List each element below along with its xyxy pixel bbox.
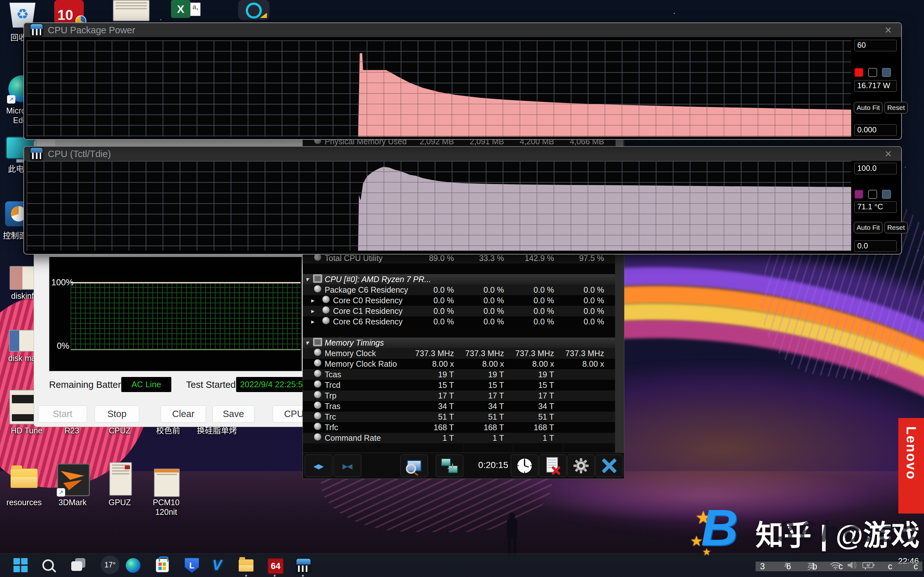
cpuz-label[interactable]: CPUZ — [99, 426, 141, 435]
sensor-label: Tras — [325, 401, 341, 411]
excel-file-icon[interactable]: X a, — [171, 0, 190, 18]
hwinfo-icon — [296, 558, 311, 574]
sensor-row[interactable]: Tcas19 T19 T19 T — [303, 369, 615, 380]
cpu-button[interactable]: CPU — [273, 406, 305, 422]
watermark-strip-char: b — [813, 562, 817, 572]
gpuz-icon[interactable] — [110, 462, 132, 496]
taskbar-explorer-icon[interactable] — [239, 558, 254, 572]
sensor-row[interactable]: Package C6 Residency0.0 %0.0 %0.0 %0.0 % — [303, 285, 615, 295]
chevron-right-icon[interactable]: ▸ — [311, 317, 314, 327]
task-view-button[interactable] — [71, 558, 86, 571]
scale-min-value[interactable]: 0.0 — [855, 240, 897, 252]
r23-label[interactable]: R23 — [53, 426, 91, 435]
benchmark-window-top-edge[interactable] — [34, 140, 305, 146]
expand-columns-button[interactable]: ◂▸ — [305, 455, 333, 477]
scale-min-value[interactable]: 0.000 — [855, 124, 897, 136]
series-color-swatch[interactable] — [868, 190, 877, 199]
close-button[interactable]: × — [882, 24, 894, 37]
gpuz-label: GPUZ — [99, 498, 141, 507]
scale-max-value[interactable]: 100.0 — [855, 163, 897, 174]
watermark-strip: 36bc.cc — [756, 562, 922, 571]
sensor-group-header[interactable]: ▾Memory Timings — [303, 338, 615, 348]
sensor-label: Trp — [325, 391, 336, 401]
series-color-swatch[interactable] — [868, 68, 877, 77]
sensor-value: 17 T — [456, 391, 504, 401]
chevron-down-icon[interactable]: ▾ — [305, 274, 309, 284]
collapse-columns-button[interactable]: ▸◂ — [334, 455, 361, 477]
series-color-swatch[interactable] — [855, 68, 863, 77]
taskbar-v-app-icon[interactable]: V — [212, 558, 222, 572]
monitor-magnifier-icon — [407, 460, 422, 472]
reset-button[interactable]: Reset — [884, 102, 908, 113]
sensor-row[interactable]: Memory Clock737.3 MHz737.3 MHz737.3 MHz7… — [303, 348, 615, 359]
taskbar-edge-icon[interactable] — [126, 558, 141, 573]
sensor-group-header[interactable]: ▾CPU [#0]: AMD Ryzen 7 PR... — [303, 274, 615, 285]
3dmark-icon[interactable]: ↗ — [57, 464, 90, 496]
close-sensors-button[interactable] — [596, 455, 623, 477]
sensor-value: 1 T — [406, 433, 454, 443]
taskbar-hwinfo-icon[interactable] — [296, 558, 311, 574]
sensor-row[interactable]: Trp17 T17 T17 T — [303, 390, 615, 401]
settings-button[interactable] — [567, 455, 595, 477]
sensor-row[interactable]: Command Rate1 T1 T1 T — [303, 433, 615, 443]
screenshot-shortcut-icon[interactable] — [113, 0, 150, 21]
start-button[interactable]: Start — [38, 406, 87, 422]
chevron-right-icon[interactable]: ▸ — [311, 295, 314, 306]
gauge-icon — [314, 348, 321, 356]
auto-fit-button[interactable]: Auto Fit — [854, 222, 883, 234]
sensor-value: 19 T — [456, 370, 504, 380]
series-color-swatch[interactable] — [882, 68, 891, 77]
taskbar-cpuz-icon[interactable]: 64 — [268, 558, 284, 574]
sensor-group-label: CPU [#0]: AMD Ryzen 7 PR... — [325, 274, 431, 284]
sensor-row[interactable]: ▸Core C6 Residency0.0 %0.0 %0.0 %0.0 % — [303, 316, 615, 327]
sensor-row[interactable]: Trcd15 T15 T15 T — [303, 380, 615, 390]
gauge-icon — [314, 359, 321, 367]
weather-widget[interactable]: 17° — [101, 556, 120, 574]
report-remove-icon — [545, 457, 561, 475]
auto-fit-button[interactable]: Auto Fit — [854, 102, 883, 113]
sensor-row[interactable]: ▸Core C0 Residency0.0 %0.0 %0.0 %0.0 % — [303, 295, 615, 306]
resources-folder-icon[interactable] — [11, 469, 37, 488]
watermark-logo: B — [701, 502, 738, 553]
sensor-row[interactable]: Memory Clock Ratio8.00 x8.00 x8.00 x8.00… — [303, 359, 615, 369]
monitor-search-button[interactable] — [401, 455, 428, 477]
series-color-swatch[interactable] — [882, 190, 891, 199]
network-monitors-button[interactable] — [436, 455, 463, 477]
sensor-value: 168 T — [456, 422, 504, 432]
shortcut-10-icon[interactable]: 10 — [54, 0, 84, 24]
sensor-spacer-row — [303, 327, 615, 338]
start-button[interactable] — [13, 558, 27, 572]
scale-max-value[interactable]: 60 — [855, 40, 897, 51]
watermark-strip-char: c — [913, 562, 918, 572]
sensor-label: Package C6 Residency — [325, 285, 408, 295]
gauge-icon — [314, 391, 321, 398]
pcm10-icon[interactable] — [154, 469, 180, 497]
taskbar-lenovo-icon[interactable]: L — [185, 558, 199, 573]
report-remove-button[interactable] — [539, 455, 567, 477]
clock-button[interactable] — [511, 455, 538, 477]
color-calib-label[interactable]: 校色前 — [145, 426, 191, 435]
cyan-ring-app-icon[interactable] — [238, 0, 270, 20]
sensor-row[interactable]: Trfc168 T168 T168 T — [303, 422, 615, 433]
save-button[interactable]: Save — [212, 406, 254, 422]
clear-button[interactable]: Clear — [161, 406, 206, 422]
thermal-paste-label[interactable]: 换硅脂单烤 — [191, 426, 242, 435]
sensor-value: 0.0 % — [406, 317, 454, 327]
sensor-value: 142.9 % — [506, 253, 554, 263]
chevron-down-icon[interactable]: ▾ — [305, 338, 309, 348]
taskbar-store-icon[interactable] — [156, 558, 169, 572]
stop-button[interactable]: Stop — [95, 406, 139, 422]
cpu-power-titlebar[interactable]: CPU Package Power × — [24, 23, 901, 37]
chevron-right-icon[interactable]: ▸ — [311, 306, 314, 316]
cpu-temp-titlebar[interactable]: CPU (Tctl/Tdie) × — [24, 147, 901, 161]
chip-icon — [313, 274, 322, 283]
sensor-row[interactable]: Tras34 T34 T34 T — [303, 401, 615, 412]
reset-button[interactable]: Reset — [884, 222, 908, 234]
sensor-row[interactable]: Trc51 T51 T51 T — [303, 412, 615, 422]
shortcut-arrow-icon: ↗ — [7, 95, 15, 103]
close-button[interactable]: × — [882, 147, 894, 160]
sensor-row[interactable]: ▸Core C1 Residency0.0 %0.0 %0.0 %0.0 % — [303, 306, 615, 316]
search-button[interactable] — [42, 558, 54, 571]
series-color-swatch[interactable] — [855, 190, 863, 199]
hwinfo-icon — [30, 23, 43, 37]
